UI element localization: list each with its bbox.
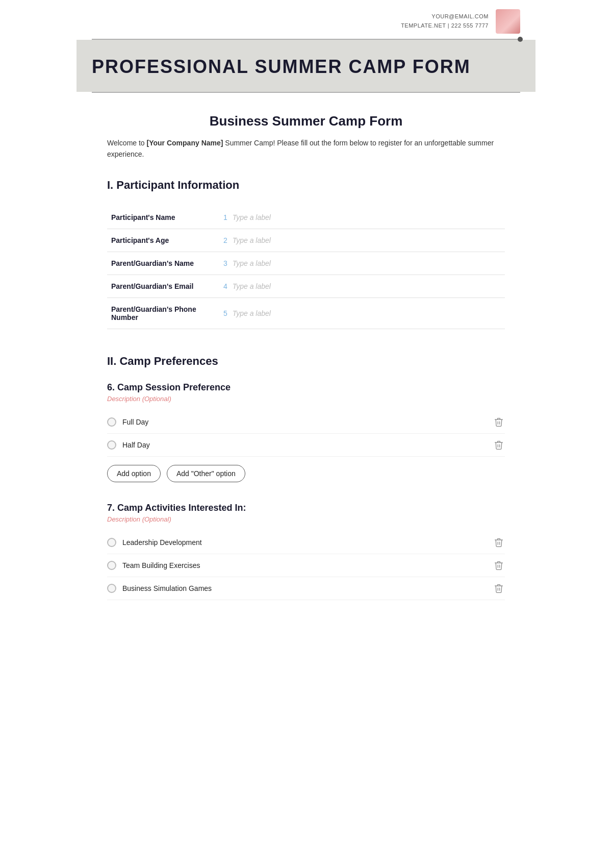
field-input[interactable]: 4 Type a label [219, 275, 505, 297]
radio-circle[interactable] [107, 561, 116, 570]
form-title: Business Summer Camp Form [107, 113, 505, 129]
field-placeholder: Type a label [233, 259, 271, 267]
field-label: Parent/Guardian's Name [107, 252, 219, 275]
table-row: Participant's Age 2 Type a label [107, 229, 505, 252]
field-number: 3 [223, 259, 227, 267]
section1-title: I. Participant Information [107, 179, 505, 194]
radio-option-left: Full Day [107, 417, 148, 427]
radio-option-left: Business Simulation Games [107, 584, 212, 593]
section2-title: II. Camp Preferences [107, 355, 505, 370]
question6-button-row: Add option Add "Other" option [107, 465, 505, 482]
header-avatar [496, 9, 520, 34]
table-row: Parent/Guardian's Email 4 Type a label [107, 275, 505, 297]
header-line-container [76, 39, 536, 40]
radio-circle[interactable] [107, 538, 116, 547]
field-label: Participant's Age [107, 229, 219, 252]
camp-section-6: 6. Camp Session Preference Description (… [107, 382, 505, 482]
field-input[interactable]: 3 Type a label [219, 252, 505, 275]
header-line-dot [518, 37, 523, 42]
radio-label: Leadership Development [122, 538, 202, 547]
header-website: TEMPLATE.NET | 222 555 7777 [401, 21, 489, 31]
delete-button[interactable] [493, 582, 505, 594]
form-intro: Welcome to [Your Company Name] Summer Ca… [107, 137, 505, 160]
radio-label: Business Simulation Games [122, 584, 212, 592]
camp-section-7: 7. Camp Activities Interested In: Descri… [107, 503, 505, 600]
radio-option: Business Simulation Games [107, 577, 505, 600]
header-contact: YOUR@EMAIL.COM TEMPLATE.NET | 222 555 77… [401, 12, 489, 30]
radio-option-left: Leadership Development [107, 538, 202, 547]
radio-label: Team Building Exercises [122, 561, 200, 569]
field-number: 4 [223, 282, 227, 290]
radio-label: Full Day [122, 418, 148, 426]
add-option-button[interactable]: Add option [107, 465, 161, 482]
banner-title: PROFESSIONAL SUMMER CAMP FORM [92, 56, 520, 78]
radio-label: Half Day [122, 441, 150, 449]
table-row: Participant's Name 1 Type a label [107, 206, 505, 229]
question7-desc: Description (Optional) [107, 515, 505, 523]
delete-button[interactable] [493, 536, 505, 549]
title-banner: PROFESSIONAL SUMMER CAMP FORM [76, 40, 536, 92]
radio-option-left: Team Building Exercises [107, 561, 200, 570]
field-input[interactable]: 2 Type a label [219, 229, 505, 252]
header-line [92, 39, 520, 40]
field-placeholder: Type a label [233, 236, 271, 244]
field-label: Parent/Guardian's Email [107, 275, 219, 297]
question6-desc: Description (Optional) [107, 395, 505, 403]
question7-title: 7. Camp Activities Interested In: [107, 503, 505, 513]
intro-prefix: Welcome to [107, 139, 147, 147]
intro-company: [Your Company Name] [147, 139, 223, 147]
field-label: Participant's Name [107, 206, 219, 229]
delete-button[interactable] [493, 559, 505, 572]
radio-option-left: Half Day [107, 440, 150, 450]
field-number: 2 [223, 236, 227, 244]
radio-option: Half Day [107, 434, 505, 457]
delete-button[interactable] [493, 416, 505, 428]
field-placeholder: Type a label [233, 213, 271, 221]
radio-circle[interactable] [107, 440, 116, 450]
radio-option: Leadership Development [107, 531, 505, 554]
delete-icon[interactable] [494, 583, 504, 593]
delete-icon[interactable] [494, 417, 504, 427]
delete-icon[interactable] [494, 537, 504, 548]
radio-circle[interactable] [107, 417, 116, 427]
field-label: Parent/Guardian's Phone Number [107, 297, 219, 329]
question7-options: Leadership Development Team Building Exe… [107, 531, 505, 600]
delete-button[interactable] [493, 439, 505, 451]
table-row: Parent/Guardian's Name 3 Type a label [107, 252, 505, 275]
field-placeholder: Type a label [233, 282, 271, 290]
main-content: Business Summer Camp Form Welcome to [Yo… [76, 93, 536, 641]
radio-circle[interactable] [107, 584, 116, 593]
field-number: 1 [223, 213, 227, 221]
field-placeholder: Type a label [233, 309, 271, 317]
field-input[interactable]: 5 Type a label [219, 297, 505, 329]
field-number: 5 [223, 309, 227, 317]
question6-title: 6. Camp Session Preference [107, 382, 505, 393]
question6-options: Full Day Half Day [107, 411, 505, 457]
add-other-option-button[interactable]: Add "Other" option [167, 465, 245, 482]
header-top: YOUR@EMAIL.COM TEMPLATE.NET | 222 555 77… [76, 0, 536, 39]
table-row: Parent/Guardian's Phone Number 5 Type a … [107, 297, 505, 329]
radio-option: Team Building Exercises [107, 554, 505, 577]
field-input[interactable]: 1 Type a label [219, 206, 505, 229]
participant-table: Participant's Name 1 Type a label Partic… [107, 206, 505, 329]
header-email: YOUR@EMAIL.COM [401, 12, 489, 21]
delete-icon[interactable] [494, 440, 504, 450]
delete-icon[interactable] [494, 560, 504, 571]
radio-option: Full Day [107, 411, 505, 434]
